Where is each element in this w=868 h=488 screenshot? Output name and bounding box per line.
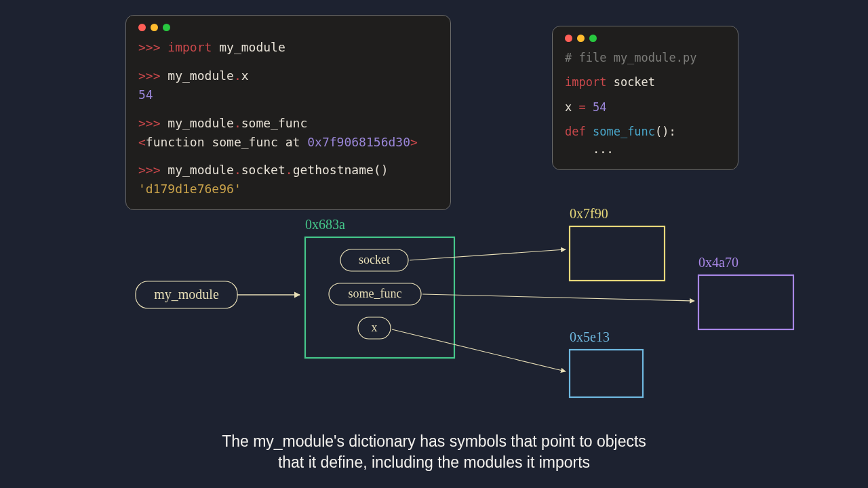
call: gethostname xyxy=(293,163,374,177)
repl-output: <function some_func at 0x7f9068156d30> xyxy=(138,133,438,152)
svg-rect-3 xyxy=(698,275,793,329)
angle-close: > xyxy=(410,135,418,149)
arrow xyxy=(410,249,566,260)
svg-rect-2 xyxy=(570,226,665,281)
object-box-blue: 0x5e13 xyxy=(570,329,643,397)
object-box-purple: 0x4a70 xyxy=(698,255,793,329)
close-icon xyxy=(565,35,572,42)
dot: . xyxy=(234,163,241,177)
arrow xyxy=(422,294,694,301)
prompt: >>> xyxy=(138,40,167,54)
window-dots xyxy=(138,24,438,31)
attr: x xyxy=(241,68,249,83)
file-line: ... xyxy=(565,140,726,158)
object-box-yellow: 0x7f90 xyxy=(570,206,665,281)
keyword-import: import xyxy=(565,75,606,89)
parens: (): xyxy=(655,125,676,138)
repl-terminal: >>> import my_module >>> my_module.x 54 … xyxy=(125,15,451,210)
module-label: my_module xyxy=(154,287,219,302)
caption: The my_module's dictionary has symbols t… xyxy=(0,431,868,473)
module-name: socket xyxy=(606,75,655,89)
address-label: 0x4a70 xyxy=(698,255,738,270)
file-terminal: # file my_module.py import socket x = 54… xyxy=(552,26,738,170)
file-line: # file my_module.py xyxy=(565,49,726,66)
repl-line: >>> my_module.socket.gethostname() xyxy=(138,161,438,180)
entry-some-func xyxy=(329,283,421,305)
var-name: x xyxy=(565,100,578,114)
module-name: my_module xyxy=(212,40,285,54)
entry-x xyxy=(358,317,391,339)
repl-line: >>> import my_module xyxy=(138,38,438,57)
output-string: 'd179d1e76e96' xyxy=(138,182,241,196)
keyword-def: def xyxy=(565,125,586,138)
zoom-icon xyxy=(163,24,170,31)
file-line: x = 54 xyxy=(565,98,726,116)
address-label: 0x5e13 xyxy=(570,329,610,344)
dot: . xyxy=(234,116,241,130)
dot: . xyxy=(285,163,293,177)
repl-line: >>> my_module.some_func xyxy=(138,114,438,133)
svg-rect-4 xyxy=(570,350,643,397)
attr: socket xyxy=(241,163,285,177)
address-label: 0x7f90 xyxy=(570,206,608,221)
zoom-icon xyxy=(589,35,597,42)
repl-output: 54 xyxy=(138,85,438,104)
repl-expr: my_module xyxy=(167,116,234,130)
dict-address: 0x683a xyxy=(305,217,345,232)
caption-line: The my_module's dictionary has symbols t… xyxy=(0,431,868,452)
prompt: >>> xyxy=(138,68,167,83)
entry-socket xyxy=(340,249,408,271)
number: 54 xyxy=(586,100,607,114)
prompt: >>> xyxy=(138,163,167,177)
angle-open: < xyxy=(138,135,146,149)
keyword-import: import xyxy=(167,40,212,54)
prompt: >>> xyxy=(138,116,167,130)
equals: = xyxy=(578,100,585,114)
ellipsis: ... xyxy=(565,142,614,156)
func-name: some_func xyxy=(586,125,655,138)
window-dots xyxy=(565,35,726,42)
entry-x-label: x xyxy=(372,321,378,334)
output-number: 54 xyxy=(138,87,153,102)
dict-box: 0x683a socket some_func x xyxy=(305,217,454,358)
attr: some_func xyxy=(241,116,308,130)
parens: () xyxy=(374,163,389,177)
address: 0x7f9068156d30 xyxy=(307,135,410,149)
entry-some-func-label: some_func xyxy=(349,287,402,300)
file-line: import socket xyxy=(565,73,726,91)
svg-rect-0 xyxy=(136,281,237,308)
svg-rect-1 xyxy=(305,237,454,358)
close-icon xyxy=(138,24,146,31)
dot: . xyxy=(234,68,241,83)
minimize-icon xyxy=(151,24,158,31)
repl-expr: my_module xyxy=(167,163,234,177)
file-line: def some_func(): xyxy=(565,123,726,140)
arrow xyxy=(392,329,566,371)
repl-line: >>> my_module.x xyxy=(138,66,438,85)
module-node: my_module xyxy=(136,281,237,308)
comment: # file my_module.py xyxy=(565,51,696,64)
entry-socket-label: socket xyxy=(359,253,390,266)
minimize-icon xyxy=(577,35,585,42)
caption-line: that it define, including the modules it… xyxy=(0,452,868,473)
func-repr: function some_func at xyxy=(146,135,307,149)
repl-output: 'd179d1e76e96' xyxy=(138,180,438,199)
repl-expr: my_module xyxy=(167,68,234,83)
